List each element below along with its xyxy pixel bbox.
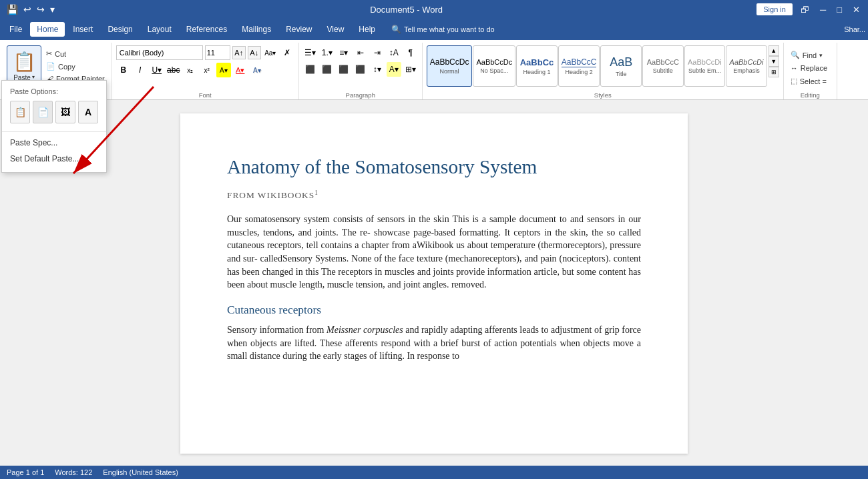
bold-button[interactable]: B [116,63,131,77]
paste-option-4[interactable]: A [78,101,98,123]
paste-special-item[interactable]: Paste Spec... [2,135,106,151]
italic-button[interactable]: I [133,63,148,77]
style-subtitle[interactable]: AaBbCcC Subtitle [642,45,684,87]
subtitle-sup: 1 [314,189,318,196]
menu-home[interactable]: Home [30,22,65,37]
set-default-paste-item[interactable]: Set Default Paste... [2,151,106,167]
menu-layout[interactable]: Layout [141,22,178,37]
paste-options-header: Paste Options: [2,86,106,98]
font-name-input[interactable] [116,45,203,60]
underline-button[interactable]: U▾ [150,63,164,77]
signin-button[interactable]: Sign in [756,3,793,15]
replace-button[interactable]: ↔ Replace [788,63,833,73]
show-marks-button[interactable]: ¶ [403,45,418,60]
increase-indent-button[interactable]: ⇥ [370,45,385,60]
paste-icon: 📋 [13,51,36,73]
paste-divider [2,131,106,132]
editing-group: 🔍 Find ▾ ↔ Replace ⬚ Select = [788,45,833,87]
decrease-indent-button[interactable]: ⇤ [353,45,368,60]
menu-review[interactable]: Review [279,22,318,37]
align-justify-button[interactable]: ⬛ [353,62,368,77]
style-heading2-label: Heading 2 [566,69,593,75]
find-button[interactable]: 🔍 Find ▾ [788,49,833,61]
find-dropdown-arrow[interactable]: ▾ [819,52,823,59]
font-size-increase-button[interactable]: A↑ [232,46,246,59]
document[interactable]: Anatomy of the Somatosensory System From… [180,113,688,454]
paste-option-3[interactable]: 🖼 [55,101,75,123]
styles-section: AaBbCcDc Normal AaBbCcDc No Spac... AaBb… [423,43,784,99]
text-highlight-button[interactable]: A▾ [216,63,231,77]
paste-dropdown-arrow[interactable]: ▾ [32,74,35,80]
menu-file[interactable]: File [3,22,29,37]
font-group: A↑ A↓ Aa▾ ✗ B I U▾ abc x₂ x² A▾ A▾ A▾ [116,45,294,88]
menu-references[interactable]: References [180,22,234,37]
document-title: Anatomy of the Somatosensory System [227,153,641,181]
paragraph-section: ☰▾ 1.▾ ≡▾ ⇤ ⇥ ↕A ¶ ⬛ ⬛ ⬛ ⬛ ↕▾ A▾ ⊞▾ Para… [299,43,423,99]
style-heading2-preview: AaBbCcC [562,57,597,67]
style-normal-label: Normal [440,68,459,75]
align-center-button[interactable]: ⬛ [320,62,335,77]
font-size-decrease-button[interactable]: A↓ [248,46,261,59]
subtitle-text: From Wikibooks [227,190,314,200]
style-no-spacing[interactable]: AaBbCcDc No Spac... [473,45,515,87]
style-title-label: Title [616,71,627,77]
undo-icon[interactable]: ↩ [22,4,33,15]
align-right-button[interactable]: ⬛ [337,62,351,77]
copy-button[interactable]: 📄 Copy [43,61,107,72]
borders-button[interactable]: ⊞▾ [403,62,418,77]
sort-button[interactable]: ↕A [387,45,401,60]
style-title-preview: AaB [610,55,632,69]
style-normal[interactable]: AaBbCcDc Normal [427,45,473,87]
qat-dropdown-icon[interactable]: ▾ [49,4,56,15]
paste-option-1[interactable]: 📋 [10,101,30,123]
title-bar: 💾 ↩ ↪ ▾ Document5 - Word Sign in 🗗 ─ □ ✕ [0,0,868,19]
align-left-button[interactable]: ⬛ [303,62,318,77]
status-bar: Page 1 of 1 Words: 122 English (United S… [0,466,868,479]
redo-icon[interactable]: ↪ [35,4,46,15]
style-title[interactable]: AaB Title [600,45,642,87]
superscript-button[interactable]: x² [200,63,214,77]
menu-design[interactable]: Design [101,22,139,37]
styles-expand[interactable]: ⊞ [769,67,779,77]
menu-help[interactable]: Help [352,22,382,37]
styles-scroll-down[interactable]: ▼ [769,56,779,67]
font-color-button[interactable]: A▾ [233,63,248,77]
save-icon[interactable]: 💾 [5,4,19,15]
styles-group-label: Styles [423,91,783,99]
minimize-icon[interactable]: ─ [817,3,829,16]
status-words: Words: 122 [55,468,92,476]
line-spacing-button[interactable]: ↕▾ [370,62,385,77]
menu-insert[interactable]: Insert [66,22,99,37]
style-subtle-emphasis[interactable]: AaBbCcDi Subtle Em... [684,45,726,87]
strikethrough-button[interactable]: abc [166,63,181,77]
close-icon[interactable]: ✕ [850,3,863,16]
subscript-button[interactable]: x₂ [183,63,198,77]
share-button[interactable]: Shar... [844,25,865,33]
menu-view[interactable]: View [320,22,351,37]
editing-section: 🔍 Find ▾ ↔ Replace ⬚ Select = Editing [784,43,837,99]
bullets-button[interactable]: ☰▾ [303,45,318,60]
restore-down-icon[interactable]: 🗗 [798,3,812,16]
tell-me-search[interactable]: 🔍 Tell me what you want to do [391,25,495,34]
text-effects-button[interactable]: A▾ [250,63,264,77]
maximize-icon[interactable]: □ [834,3,845,16]
window-title: Document5 - Word [370,5,443,15]
change-case-button[interactable]: Aa▾ [263,45,278,60]
style-emphasis[interactable]: AaBbCcDi Emphasis [726,45,767,87]
style-heading1[interactable]: AaBbCc Heading 1 [516,45,558,87]
style-heading2[interactable]: AaBbCcC Heading 2 [558,45,600,87]
editing-group-label: Editing [784,91,837,99]
clear-formatting-button[interactable]: ✗ [280,45,294,60]
select-button[interactable]: ⬚ Select = [788,75,833,87]
font-size-input[interactable] [205,45,230,60]
paste-dropdown: Paste Options: 📋 📄 🖼 A Paste Spec... Set… [1,80,107,173]
styles-scroll-up[interactable]: ▲ [769,45,779,56]
paragraph-list-row: ☰▾ 1.▾ ≡▾ ⇤ ⇥ ↕A ¶ [303,45,418,60]
style-emphasis-preview: AaBbCcDi [730,58,764,66]
shading-button[interactable]: A▾ [387,62,401,77]
menu-mailings[interactable]: Mailings [235,22,278,37]
multilevel-list-button[interactable]: ≡▾ [337,45,351,60]
paste-option-2[interactable]: 📄 [33,101,53,123]
numbered-list-button[interactable]: 1.▾ [320,45,335,60]
cut-button[interactable]: ✂ Cut [43,48,107,59]
